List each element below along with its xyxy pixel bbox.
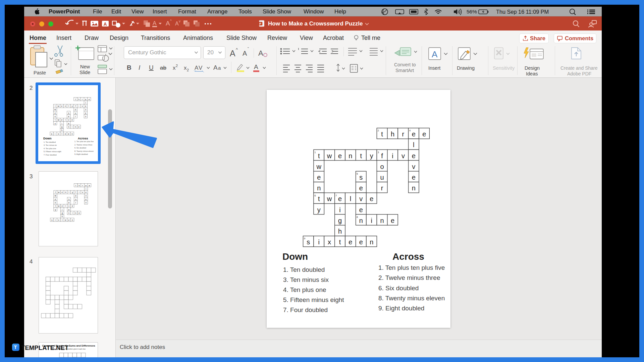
svg-text:x: x — [173, 65, 176, 71]
svg-text:B: B — [127, 64, 131, 71]
svg-text:Paste: Paste — [34, 70, 46, 75]
svg-text:u: u — [75, 198, 76, 200]
svg-text:t: t — [318, 152, 320, 160]
svg-text:t: t — [75, 98, 76, 101]
svg-text:v: v — [179, 19, 180, 23]
svg-text:r: r — [402, 130, 405, 138]
svg-text:g: g — [338, 217, 342, 224]
svg-text:o: o — [75, 194, 76, 197]
svg-text:n: n — [72, 219, 73, 221]
svg-text:Drawing: Drawing — [457, 65, 475, 71]
svg-text:a: a — [218, 65, 221, 71]
svg-text:e: e — [412, 130, 416, 138]
svg-text:i: i — [79, 191, 79, 193]
svg-text:ˇ: ˇ — [248, 47, 249, 52]
svg-text:u: u — [380, 174, 384, 181]
svg-text:U: U — [149, 64, 154, 71]
svg-text:e: e — [85, 191, 87, 193]
svg-text:t: t — [360, 152, 362, 160]
svg-text:v: v — [359, 195, 363, 202]
svg-text:Design: Design — [525, 65, 540, 71]
svg-text:6: 6 — [314, 194, 316, 197]
svg-text:Thu Sep 16 11:09 PM: Thu Sep 16 11:09 PM — [496, 9, 549, 15]
svg-text:i: i — [55, 219, 55, 221]
svg-text:t: t — [318, 195, 320, 202]
svg-text:e: e — [422, 130, 426, 138]
svg-text:f: f — [75, 105, 76, 107]
svg-text:x: x — [328, 238, 331, 246]
svg-text:3: 3 — [378, 151, 379, 154]
svg-text:Create and Share: Create and Share — [560, 65, 598, 71]
svg-text:n: n — [68, 126, 69, 128]
svg-text:e: e — [359, 184, 363, 192]
svg-text:e: e — [55, 198, 56, 200]
svg-text:n: n — [370, 238, 373, 246]
svg-text:e: e — [412, 152, 416, 160]
svg-text:i: i — [371, 217, 372, 224]
svg-text:SmartArt: SmartArt — [395, 68, 414, 73]
svg-text:e: e — [68, 133, 69, 135]
svg-text:n: n — [54, 115, 56, 118]
svg-text:e: e — [85, 98, 87, 101]
svg-text:e: e — [61, 191, 63, 193]
svg-text:h: h — [391, 130, 394, 138]
svg-text:t: t — [55, 205, 56, 207]
svg-text:t: t — [55, 119, 55, 121]
svg-text:e: e — [85, 105, 87, 107]
svg-text:t: t — [55, 105, 55, 107]
svg-text:e: e — [89, 184, 90, 187]
svg-text:New: New — [80, 64, 90, 69]
svg-text:e: e — [71, 119, 73, 121]
svg-text:7: 7 — [335, 194, 337, 197]
svg-text:t: t — [69, 191, 69, 193]
svg-text:t: t — [68, 105, 69, 107]
svg-text:^: ^ — [170, 19, 172, 23]
svg-text:s: s — [359, 174, 363, 181]
svg-text:i: i — [72, 126, 72, 128]
svg-text:i: i — [339, 206, 340, 214]
svg-text:^: ^ — [236, 47, 238, 52]
svg-text:o: o — [380, 163, 384, 170]
svg-text:e: e — [78, 212, 80, 214]
svg-text:v: v — [401, 152, 405, 160]
svg-text:e: e — [65, 133, 66, 135]
svg-text:A: A — [166, 20, 170, 27]
svg-text:f: f — [381, 152, 383, 160]
svg-text:9: 9 — [304, 237, 306, 240]
svg-text:t: t — [75, 184, 76, 187]
svg-text:o: o — [75, 108, 76, 111]
svg-text:l: l — [413, 141, 414, 148]
svg-text:u: u — [75, 112, 76, 114]
svg-text:e: e — [68, 122, 69, 125]
svg-text:e: e — [370, 195, 373, 202]
svg-text:e: e — [72, 205, 73, 207]
svg-text:A: A — [243, 50, 247, 57]
svg-text:l: l — [350, 195, 351, 202]
svg-text:e: e — [359, 238, 363, 246]
svg-text:i: i — [392, 152, 393, 160]
svg-text:h: h — [78, 98, 79, 101]
svg-text:A: A — [104, 21, 107, 27]
svg-text:n: n — [71, 133, 73, 135]
svg-text:e: e — [317, 174, 321, 181]
svg-text:w: w — [54, 194, 56, 197]
svg-text:r: r — [381, 184, 383, 192]
svg-text:h: h — [61, 215, 63, 218]
svg-text:i: i — [55, 133, 55, 135]
svg-text:n: n — [348, 152, 352, 160]
svg-text:i: i — [62, 122, 62, 125]
svg-text:e: e — [338, 152, 342, 160]
svg-text:e: e — [359, 206, 363, 214]
svg-text:n: n — [65, 105, 66, 107]
svg-text:i: i — [62, 208, 62, 211]
svg-text:s: s — [307, 238, 310, 246]
svg-text:Sensitivity: Sensitivity — [493, 65, 515, 71]
svg-text:n: n — [75, 212, 76, 214]
svg-text:e: e — [89, 98, 90, 101]
svg-text:h: h — [78, 184, 80, 187]
svg-text:A: A — [175, 21, 179, 26]
svg-text:Insert: Insert — [428, 65, 440, 71]
svg-text:e: e — [85, 184, 87, 187]
svg-text:2: 2 — [187, 68, 189, 72]
svg-text:e: e — [85, 112, 87, 114]
